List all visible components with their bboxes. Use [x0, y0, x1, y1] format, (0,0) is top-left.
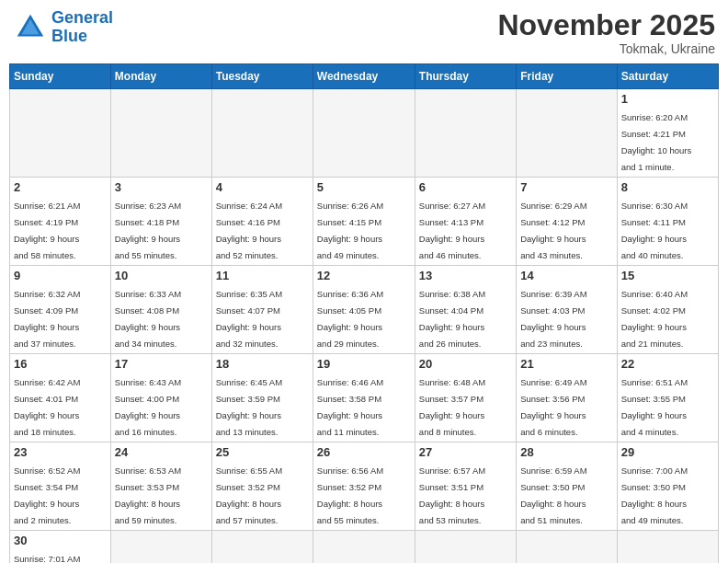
day-info: Sunrise: 6:57 AM Sunset: 3:51 PM Dayligh… — [419, 465, 485, 525]
empty-cell — [415, 531, 516, 563]
day-12: 12 Sunrise: 6:36 AM Sunset: 4:05 PM Dayl… — [313, 266, 415, 354]
day-info: Sunrise: 6:56 AM Sunset: 3:52 PM Dayligh… — [317, 465, 383, 525]
day-info: Sunrise: 6:39 AM Sunset: 4:03 PM Dayligh… — [520, 289, 586, 349]
day-29: 29 Sunrise: 7:00 AM Sunset: 3:50 PM Dayl… — [617, 442, 718, 531]
day-info: Sunrise: 6:30 AM Sunset: 4:11 PM Dayligh… — [621, 201, 688, 260]
day-number: 17 — [115, 357, 208, 371]
day-number: 12 — [317, 269, 411, 282]
empty-cell — [517, 531, 617, 563]
weekday-header-row: Sunday Monday Tuesday Wednesday Thursday… — [10, 64, 719, 89]
empty-cell — [415, 89, 516, 178]
day-number: 26 — [317, 445, 411, 459]
day-13: 13 Sunrise: 6:38 AM Sunset: 4:04 PM Dayl… — [415, 266, 516, 354]
empty-cell — [10, 89, 111, 178]
day-info: Sunrise: 6:45 AM Sunset: 3:59 PM Dayligh… — [216, 377, 282, 437]
empty-cell — [211, 89, 313, 178]
day-20: 20 Sunrise: 6:48 AM Sunset: 3:57 PM Dayl… — [415, 354, 516, 442]
day-5: 5 Sunrise: 6:26 AM Sunset: 4:15 PM Dayli… — [313, 178, 415, 266]
day-info: Sunrise: 6:23 AM Sunset: 4:18 PM Dayligh… — [115, 201, 181, 260]
day-number: 24 — [115, 445, 208, 459]
day-17: 17 Sunrise: 6:43 AM Sunset: 4:00 PM Dayl… — [110, 354, 211, 442]
day-info: Sunrise: 6:49 AM Sunset: 3:56 PM Dayligh… — [520, 377, 586, 437]
day-2: 2 Sunrise: 6:21 AM Sunset: 4:19 PM Dayli… — [10, 178, 111, 266]
logo-text: General Blue — [51, 9, 113, 46]
week-row-6: 30 Sunrise: 7:01 AM Sunset: 3:49 PM Dayl… — [10, 531, 719, 563]
day-number: 30 — [14, 534, 107, 547]
day-info: Sunrise: 6:35 AM Sunset: 4:07 PM Dayligh… — [216, 289, 282, 349]
day-14: 14 Sunrise: 6:39 AM Sunset: 4:03 PM Dayl… — [517, 266, 617, 354]
day-info: Sunrise: 6:24 AM Sunset: 4:16 PM Dayligh… — [216, 201, 282, 260]
day-7: 7 Sunrise: 6:29 AM Sunset: 4:12 PM Dayli… — [517, 178, 617, 266]
day-number: 22 — [621, 357, 714, 371]
day-number: 8 — [621, 180, 714, 194]
day-info: Sunrise: 6:51 AM Sunset: 3:55 PM Dayligh… — [621, 377, 688, 437]
header-tuesday: Tuesday — [211, 64, 313, 89]
day-number: 6 — [419, 180, 512, 194]
day-info: Sunrise: 6:29 AM Sunset: 4:12 PM Dayligh… — [520, 201, 586, 260]
day-4: 4 Sunrise: 6:24 AM Sunset: 4:16 PM Dayli… — [211, 178, 313, 266]
day-info: Sunrise: 6:32 AM Sunset: 4:09 PM Dayligh… — [14, 289, 80, 349]
empty-cell — [211, 531, 313, 563]
day-info: Sunrise: 6:46 AM Sunset: 3:58 PM Dayligh… — [317, 377, 383, 437]
day-info: Sunrise: 6:59 AM Sunset: 3:50 PM Dayligh… — [520, 465, 586, 525]
day-22: 22 Sunrise: 6:51 AM Sunset: 3:55 PM Dayl… — [617, 354, 718, 442]
day-number: 25 — [216, 445, 309, 459]
logo: General Blue — [13, 9, 113, 46]
day-1: 1 Sunrise: 6:20 AM Sunset: 4:21 PM Dayli… — [617, 89, 718, 178]
empty-cell — [617, 531, 718, 563]
day-info: Sunrise: 6:38 AM Sunset: 4:04 PM Dayligh… — [419, 289, 485, 349]
day-25: 25 Sunrise: 6:55 AM Sunset: 3:52 PM Dayl… — [211, 442, 313, 531]
logo-general: General — [51, 8, 113, 27]
logo-icon — [13, 10, 48, 45]
day-10: 10 Sunrise: 6:33 AM Sunset: 4:08 PM Dayl… — [110, 266, 211, 354]
day-number: 9 — [14, 269, 107, 282]
day-27: 27 Sunrise: 6:57 AM Sunset: 3:51 PM Dayl… — [415, 442, 516, 531]
day-info: Sunrise: 6:52 AM Sunset: 3:54 PM Dayligh… — [14, 465, 80, 525]
day-number: 15 — [621, 269, 714, 282]
day-number: 4 — [216, 180, 309, 194]
location-subtitle: Tokmak, Ukraine — [497, 41, 715, 56]
day-19: 19 Sunrise: 6:46 AM Sunset: 3:58 PM Dayl… — [313, 354, 415, 442]
header-sunday: Sunday — [10, 64, 111, 89]
day-21: 21 Sunrise: 6:49 AM Sunset: 3:56 PM Dayl… — [517, 354, 617, 442]
week-row-1: 1 Sunrise: 6:20 AM Sunset: 4:21 PM Dayli… — [10, 89, 719, 178]
day-number: 1 — [621, 92, 714, 106]
header-saturday: Saturday — [617, 64, 718, 89]
header-monday: Monday — [110, 64, 211, 89]
day-30: 30 Sunrise: 7:01 AM Sunset: 3:49 PM Dayl… — [10, 531, 111, 563]
day-info: Sunrise: 6:33 AM Sunset: 4:08 PM Dayligh… — [115, 289, 181, 349]
day-info: Sunrise: 6:42 AM Sunset: 4:01 PM Dayligh… — [14, 377, 80, 437]
day-number: 16 — [14, 357, 107, 371]
day-info: Sunrise: 6:53 AM Sunset: 3:53 PM Dayligh… — [115, 465, 181, 525]
day-3: 3 Sunrise: 6:23 AM Sunset: 4:18 PM Dayli… — [110, 178, 211, 266]
day-15: 15 Sunrise: 6:40 AM Sunset: 4:02 PM Dayl… — [617, 266, 718, 354]
day-info: Sunrise: 6:55 AM Sunset: 3:52 PM Dayligh… — [216, 465, 282, 525]
day-24: 24 Sunrise: 6:53 AM Sunset: 3:53 PM Dayl… — [110, 442, 211, 531]
day-8: 8 Sunrise: 6:30 AM Sunset: 4:11 PM Dayli… — [617, 178, 718, 266]
day-number: 7 — [520, 180, 612, 194]
header-wednesday: Wednesday — [313, 64, 415, 89]
calendar-table: Sunday Monday Tuesday Wednesday Thursday… — [9, 63, 719, 563]
day-6: 6 Sunrise: 6:27 AM Sunset: 4:13 PM Dayli… — [415, 178, 516, 266]
day-26: 26 Sunrise: 6:56 AM Sunset: 3:52 PM Dayl… — [313, 442, 415, 531]
header-thursday: Thursday — [415, 64, 516, 89]
day-9: 9 Sunrise: 6:32 AM Sunset: 4:09 PM Dayli… — [10, 266, 111, 354]
day-number: 10 — [115, 269, 208, 282]
day-23: 23 Sunrise: 6:52 AM Sunset: 3:54 PM Dayl… — [10, 442, 111, 531]
day-28: 28 Sunrise: 6:59 AM Sunset: 3:50 PM Dayl… — [517, 442, 617, 531]
day-number: 28 — [520, 445, 612, 459]
day-info: Sunrise: 7:01 AM Sunset: 3:49 PM Dayligh… — [14, 554, 80, 563]
day-info: Sunrise: 6:20 AM Sunset: 4:21 PM Dayligh… — [621, 112, 692, 172]
day-info: Sunrise: 6:26 AM Sunset: 4:15 PM Dayligh… — [317, 201, 383, 260]
week-row-5: 23 Sunrise: 6:52 AM Sunset: 3:54 PM Dayl… — [10, 442, 719, 531]
empty-cell — [313, 531, 415, 563]
page-header: General Blue November 2025 Tokmak, Ukrai… — [9, 9, 719, 56]
empty-cell — [517, 89, 617, 178]
empty-cell — [110, 89, 211, 178]
empty-cell — [313, 89, 415, 178]
day-number: 20 — [419, 357, 512, 371]
day-number: 11 — [216, 269, 309, 282]
day-number: 3 — [115, 180, 208, 194]
day-info: Sunrise: 6:48 AM Sunset: 3:57 PM Dayligh… — [419, 377, 485, 437]
logo-blue: Blue — [51, 27, 87, 45]
